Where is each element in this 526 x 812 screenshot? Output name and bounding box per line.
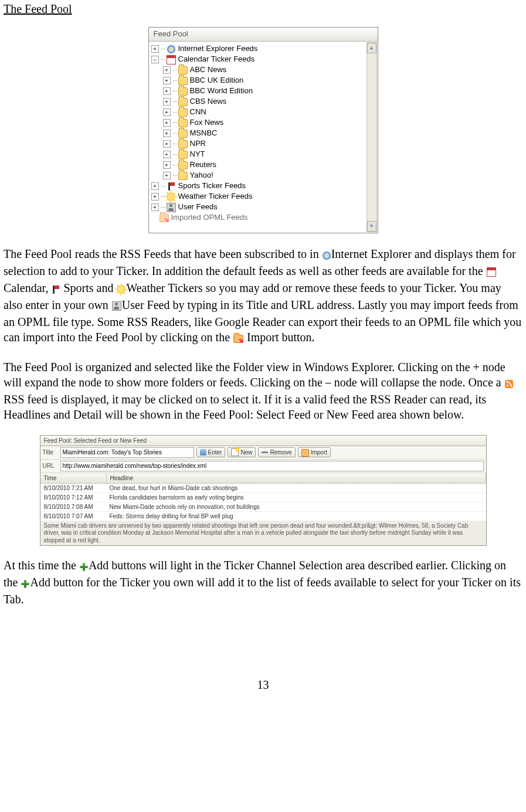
- expand-icon[interactable]: +: [163, 172, 171, 179]
- tree-node-folder[interactable]: +Yahoo!: [151, 171, 376, 181]
- enter-button[interactable]: Enter: [196, 447, 226, 457]
- tree-node-user[interactable]: +User Feeds: [151, 202, 376, 213]
- feed-pool-figure: Feed Pool + Internet Explorer Feeds – Ca…: [4, 27, 522, 233]
- paragraph-3: At this time the Add buttons will light …: [4, 558, 522, 607]
- page-title: The Feed Pool: [4, 1, 522, 16]
- folder-icon: [178, 77, 188, 85]
- cell-headline: Florida candidates barnstorm as early vo…: [106, 493, 486, 502]
- tree-label: Internet Explorer Feeds: [178, 44, 258, 54]
- btn-label: Remove: [270, 449, 291, 456]
- paragraph-1: The Feed Pool reads the RSS Feeds that h…: [4, 246, 522, 346]
- text: Calendar,: [4, 281, 51, 294]
- detail-text: Some Miami cab drivers are unnerved by t…: [40, 521, 486, 546]
- title-row: Title MiamiHerald.com: Today's Top Stori…: [40, 446, 486, 460]
- table-row[interactable]: 8/10/2010 7:12 AMFlorida candidates barn…: [40, 493, 486, 502]
- new-button[interactable]: New: [228, 447, 256, 457]
- feed-pool-tree: + Internet Explorer Feeds – Calendar Tic…: [149, 42, 378, 233]
- enter-icon: [200, 449, 206, 456]
- expand-icon[interactable]: +: [163, 77, 171, 84]
- new-icon: [231, 449, 239, 456]
- rss-icon: [505, 380, 513, 388]
- expand-icon[interactable]: +: [163, 108, 171, 116]
- text: RSS feed is displayed, it may be clicked…: [4, 393, 486, 421]
- folder-icon: [178, 151, 188, 159]
- ie-icon: [167, 45, 175, 53]
- text: At this time the: [4, 559, 79, 572]
- expand-icon[interactable]: +: [163, 87, 171, 95]
- user-icon: [112, 301, 121, 311]
- text: The Feed Pool is organized and selected …: [4, 361, 505, 389]
- url-row: URL http://www.miamiherald.com/news/top-…: [40, 460, 486, 473]
- folder-icon: [178, 161, 188, 169]
- url-input[interactable]: http://www.miamiherald.com/news/top-stor…: [60, 461, 484, 471]
- tree-label: Sports Ticker Feeds: [178, 181, 246, 191]
- btn-label: Import: [311, 449, 327, 456]
- tree-node-folder[interactable]: +NPR: [151, 139, 376, 150]
- tree-node-folder[interactable]: +CNN: [151, 107, 376, 118]
- tree-node-ie[interactable]: + Internet Explorer Feeds: [151, 44, 376, 55]
- table-row[interactable]: 8/10/2010 7:08 AMNew Miami-Dade schools …: [40, 502, 486, 512]
- btn-label: Enter: [208, 449, 222, 456]
- expand-icon[interactable]: +: [151, 193, 159, 201]
- expand-icon[interactable]: +: [151, 203, 159, 211]
- tree-node-folder[interactable]: +BBC World Edition: [151, 86, 376, 97]
- expand-icon[interactable]: +: [163, 151, 171, 158]
- expand-icon[interactable]: +: [163, 119, 171, 127]
- tree-node-sports[interactable]: +Sports Ticker Feeds: [151, 181, 376, 192]
- cell-time: 8/10/2010 7:07 AM: [40, 512, 106, 521]
- tree-node-folder[interactable]: +CBS News: [151, 97, 376, 107]
- feed-pool-panel-title: Feed Pool: [149, 28, 378, 42]
- tree-node-calendar[interactable]: – Calendar Ticker Feeds: [151, 55, 376, 65]
- import-folder-icon: [160, 214, 169, 222]
- tree-node-folder[interactable]: +NYT: [151, 150, 376, 160]
- tree-label: MSNBC: [190, 128, 218, 138]
- remove-button[interactable]: Remove: [258, 447, 295, 457]
- folder-icon: [178, 108, 188, 117]
- tree-node-weather[interactable]: +Weather Ticker Feeds: [151, 192, 376, 202]
- paragraph-2: The Feed Pool is organized and selected …: [4, 359, 522, 422]
- cell-headline: One dead, four hurt in Miami-Dade cab sh…: [106, 484, 486, 492]
- tree-label: ABC News: [190, 65, 227, 75]
- table-row[interactable]: 8/10/2010 7:21 AMOne dead, four hurt in …: [40, 484, 486, 493]
- expand-icon[interactable]: +: [163, 98, 171, 106]
- scrollbar[interactable]: ▲ ▼: [366, 42, 377, 232]
- add-icon: [21, 580, 29, 588]
- title-input[interactable]: MiamiHerald.com: Today's Top Stories: [60, 447, 194, 458]
- scroll-up-icon[interactable]: ▲: [367, 43, 376, 53]
- folder-icon: [178, 130, 188, 138]
- tree-label: User Feeds: [178, 202, 218, 212]
- tree-label: NYT: [190, 150, 205, 159]
- tree-node-folder[interactable]: +MSNBC: [151, 128, 376, 139]
- folder-icon: [178, 140, 188, 148]
- collapse-icon[interactable]: –: [151, 56, 159, 63]
- cell-time: 8/10/2010 7:12 AM: [40, 493, 106, 502]
- expand-icon[interactable]: +: [151, 45, 159, 53]
- table-header: Time Headline: [40, 473, 486, 484]
- tree-node-imported[interactable]: Imported OPML Feeds: [151, 213, 376, 223]
- text: Add button for the Ticker you own will a…: [4, 576, 521, 606]
- cell-headline: New Miami-Dade schools rely on innovatio…: [106, 502, 486, 511]
- user-icon: [167, 203, 176, 212]
- folder-icon: [178, 98, 188, 106]
- import-button[interactable]: Import: [298, 447, 331, 457]
- expand-icon[interactable]: +: [163, 161, 171, 169]
- tree-label: Calendar Ticker Feeds: [178, 55, 255, 64]
- expand-icon[interactable]: +: [163, 66, 171, 74]
- expand-icon[interactable]: +: [151, 182, 159, 190]
- col-headline[interactable]: Headline: [107, 473, 486, 483]
- tree-node-folder[interactable]: +Fox News: [151, 118, 376, 128]
- col-time[interactable]: Time: [40, 473, 107, 483]
- tree-node-folder[interactable]: +Reuters: [151, 160, 376, 171]
- weather-icon: [117, 285, 125, 294]
- sports-icon: [167, 182, 175, 191]
- folder-icon: [178, 87, 188, 96]
- expand-icon[interactable]: +: [163, 140, 171, 148]
- tree-node-folder[interactable]: +BBC UK Edition: [151, 76, 376, 86]
- table-row[interactable]: 8/10/2010 7:07 AMFeds: Storms delay dril…: [40, 512, 486, 521]
- text: Sports and: [60, 281, 116, 294]
- tree-node-folder[interactable]: +ABC News: [151, 65, 376, 76]
- cell-time: 8/10/2010 7:21 AM: [40, 484, 106, 492]
- expand-icon[interactable]: +: [163, 130, 171, 137]
- scroll-down-icon[interactable]: ▼: [367, 221, 376, 232]
- tree-label: Weather Ticker Feeds: [178, 192, 253, 202]
